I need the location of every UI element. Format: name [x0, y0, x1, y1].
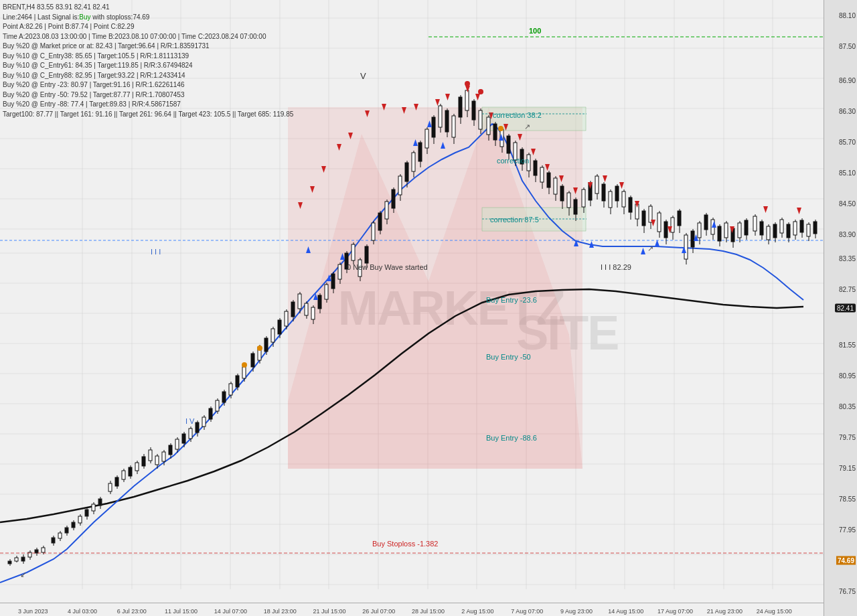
- svg-rect-148: [372, 223, 375, 240]
- svg-rect-74: [122, 471, 125, 479]
- svg-rect-272: [793, 222, 797, 235]
- svg-rect-196: [534, 161, 537, 175]
- svg-text:↗: ↗: [647, 244, 653, 252]
- svg-rect-214: [595, 176, 599, 194]
- svg-rect-60: [72, 522, 75, 528]
- svg-rect-176: [465, 90, 469, 110]
- svg-rect-122: [285, 311, 288, 326]
- svg-text:I I I  82.29: I I I 82.29: [601, 263, 631, 271]
- svg-rect-78: [135, 463, 139, 471]
- svg-rect-154: [392, 189, 395, 208]
- svg-rect-84: [155, 456, 159, 465]
- svg-text:↙: ↙: [20, 570, 27, 579]
- svg-rect-184: [493, 124, 497, 140]
- chart-title: BRENT,H4 83.55 83.91 82.41 82.41: [3, 3, 293, 13]
- svg-rect-170: [445, 110, 449, 132]
- svg-rect-208: [574, 200, 577, 214]
- price-85-7: 85.70: [839, 138, 856, 145]
- svg-rect-264: [767, 226, 770, 240]
- time-jul28: 28 Jul 15:00: [412, 608, 445, 615]
- price-82-75: 82.75: [839, 286, 856, 293]
- svg-rect-124: [291, 302, 295, 317]
- svg-rect-112: [251, 354, 254, 367]
- svg-rect-252: [724, 223, 728, 238]
- svg-rect-164: [425, 129, 428, 148]
- svg-marker-300: [603, 175, 607, 182]
- svg-rect-104: [222, 392, 226, 402]
- svg-rect-166: [432, 117, 435, 137]
- svg-rect-222: [622, 191, 625, 207]
- svg-rect-244: [698, 223, 701, 238]
- svg-rect-80: [142, 457, 145, 466]
- svg-rect-62: [78, 516, 82, 523]
- svg-text:correction 87.5: correction 87.5: [490, 216, 539, 224]
- time-jun3: 3 Jun 2023: [18, 608, 48, 615]
- svg-rect-120: [278, 320, 281, 334]
- time-jul11: 11 Jul 15:00: [165, 608, 198, 615]
- svg-text:I V: I V: [185, 417, 195, 425]
- svg-rect-232: [657, 213, 661, 232]
- svg-rect-106: [229, 384, 232, 395]
- info-line-4: Buy %20 @ Market price or at: 82.43 | Ta…: [3, 42, 293, 52]
- time-axis: 3 Jun 2023 4 Jul 03:00 6 Jul 23:00 11 Ju…: [0, 603, 824, 616]
- svg-rect-256: [738, 223, 741, 238]
- svg-rect-236: [671, 218, 674, 232]
- svg-text:V: V: [360, 71, 366, 81]
- svg-marker-318: [641, 248, 645, 254]
- info-line-11: Target100: 87.77 || Target 161: 91.16 ||…: [3, 110, 293, 120]
- svg-rect-172: [452, 116, 455, 137]
- price-stoploss: 74.69: [836, 556, 856, 565]
- svg-rect-240: [684, 235, 688, 259]
- svg-rect-66: [92, 504, 95, 511]
- svg-rect-76: [129, 467, 132, 476]
- time-aug14: 14 Aug 15:00: [608, 608, 643, 615]
- svg-rect-278: [813, 222, 817, 234]
- svg-text:Buy Entry -50: Buy Entry -50: [486, 353, 531, 361]
- svg-rect-158: [405, 163, 408, 181]
- info-line-3: Time A:2023.08.03 13:00:00 | Time B:2023…: [3, 32, 293, 42]
- svg-rect-44: [15, 558, 18, 561]
- svg-rect-96: [196, 422, 199, 433]
- svg-rect-70: [108, 483, 112, 491]
- svg-rect-234: [664, 222, 668, 238]
- svg-rect-180: [479, 110, 482, 129]
- svg-text:Buy Entry -88.6: Buy Entry -88.6: [486, 434, 537, 442]
- svg-rect-178: [472, 101, 475, 120]
- svg-rect-160: [412, 153, 415, 171]
- info-panel: BRENT,H4 83.55 83.91 82.41 82.41 Line:24…: [3, 3, 293, 119]
- svg-text:correction: correction: [497, 157, 529, 165]
- price-80-95: 80.95: [839, 372, 856, 380]
- svg-rect-246: [704, 215, 708, 230]
- price-78-55: 78.55: [839, 495, 856, 503]
- svg-rect-250: [718, 226, 721, 241]
- svg-rect-274: [800, 220, 803, 232]
- svg-text:Buy Stoploss -1.382: Buy Stoploss -1.382: [372, 540, 438, 548]
- svg-rect-260: [753, 216, 757, 231]
- svg-rect-138: [338, 264, 341, 279]
- svg-rect-168: [439, 106, 442, 127]
- price-83-9: 83.90: [839, 230, 856, 238]
- info-line-10: Buy %20 @ Entry -88: 77.4 | Target:89.83…: [3, 100, 293, 110]
- svg-marker-291: [475, 94, 480, 100]
- svg-rect-128: [305, 303, 308, 315]
- svg-marker-306: [763, 206, 768, 213]
- svg-rect-92: [182, 434, 185, 443]
- svg-text:↗: ↗: [524, 123, 530, 131]
- time-jul14: 14 Jul 07:00: [214, 608, 247, 615]
- svg-rect-46: [21, 557, 25, 561]
- svg-rect-268: [780, 220, 783, 233]
- chart-container: BRENT,H4 83.55 83.91 82.41 82.41 Line:24…: [0, 0, 857, 616]
- svg-text:I I I: I I I: [151, 248, 161, 256]
- svg-text:0 New Buy Wave started: 0 New Buy Wave started: [347, 263, 428, 271]
- svg-rect-242: [691, 231, 694, 247]
- svg-point-324: [478, 89, 483, 94]
- price-79-75: 79.75: [839, 434, 856, 441]
- svg-marker-307: [797, 208, 801, 214]
- svg-rect-86: [162, 452, 165, 461]
- price-86-9: 86.90: [839, 76, 856, 84]
- svg-rect-54: [52, 538, 55, 543]
- svg-rect-218: [609, 191, 612, 208]
- svg-point-326: [242, 362, 247, 368]
- svg-rect-42: [8, 561, 11, 564]
- svg-rect-118: [271, 329, 275, 342]
